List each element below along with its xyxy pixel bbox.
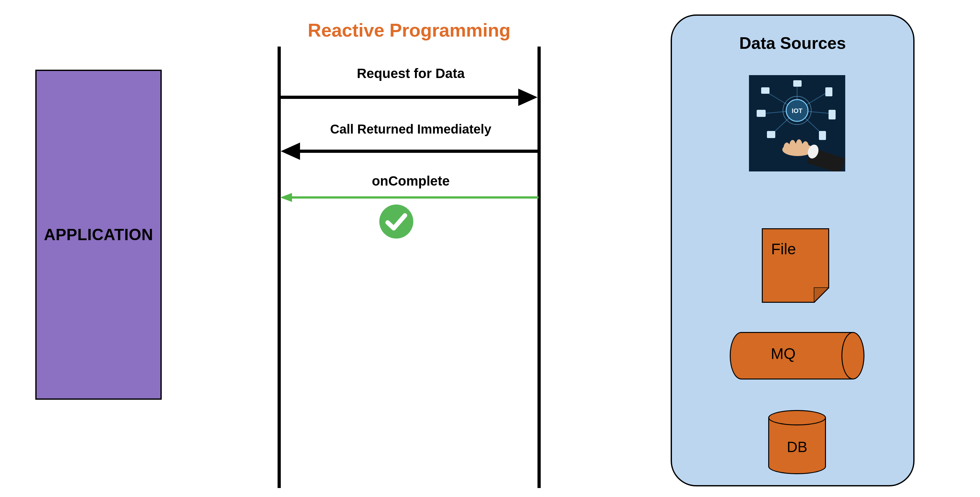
file-label: File [771, 240, 796, 258]
svg-marker-5 [280, 193, 292, 202]
db-shape: DB [768, 410, 826, 474]
message-oncomplete-label: onComplete [282, 174, 539, 189]
svg-text:IOT: IOT [792, 107, 802, 114]
svg-marker-3 [281, 143, 300, 160]
iot-illustration-icon: IOT [749, 75, 845, 172]
svg-point-25 [802, 141, 809, 151]
svg-marker-26 [814, 287, 829, 303]
check-icon [379, 204, 414, 239]
svg-rect-13 [767, 131, 775, 138]
arrow-request [279, 86, 539, 108]
application-label: APPLICATION [44, 225, 153, 244]
lifeline-right [538, 46, 541, 488]
svg-marker-1 [518, 89, 538, 106]
svg-rect-10 [825, 87, 832, 96]
svg-rect-12 [829, 110, 835, 119]
arrow-oncomplete [279, 191, 539, 204]
lifeline-left [278, 46, 281, 488]
svg-point-22 [784, 143, 790, 153]
message-returned-label: Call Returned Immediately [282, 122, 539, 137]
diagram-title: Reactive Programming [281, 19, 538, 41]
mq-shape: MQ [730, 332, 864, 379]
data-sources-panel: Data Sources [671, 14, 915, 486]
svg-point-24 [796, 139, 802, 151]
svg-rect-11 [757, 110, 766, 117]
application-box: APPLICATION [35, 70, 162, 400]
data-sources-title: Data Sources [672, 33, 913, 53]
svg-point-23 [789, 140, 796, 151]
arrow-returned [279, 140, 539, 162]
message-request-label: Request for Data [282, 66, 539, 81]
db-label: DB [768, 438, 826, 456]
svg-rect-9 [793, 80, 802, 87]
mq-label: MQ [771, 345, 795, 363]
svg-rect-14 [819, 131, 826, 140]
svg-rect-8 [761, 87, 770, 94]
file-shape: File [762, 228, 829, 303]
iot-image: IOT [749, 75, 845, 172]
svg-point-6 [379, 204, 413, 239]
